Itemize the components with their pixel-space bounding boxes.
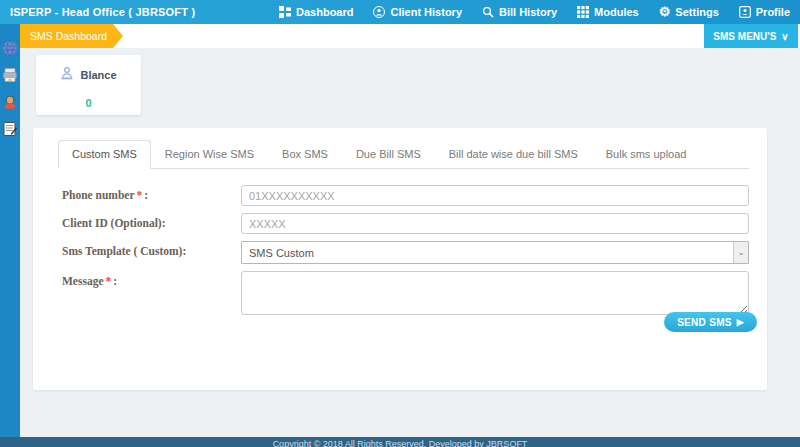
sms-tabs: Custom SMS Region Wise SMS Box SMS Due B… <box>58 140 749 169</box>
message-textarea[interactable] <box>241 271 749 315</box>
tab-due-bill-sms[interactable]: Due Bill SMS <box>342 140 435 169</box>
nav-label: Bill History <box>499 6 557 18</box>
phone-number-input[interactable] <box>241 185 749 206</box>
chevron-down-icon: ∨ <box>781 31 788 42</box>
breadcrumb-bar: SMS Dashboard SMS MENU'S ∨ <box>20 24 800 48</box>
support-agent-icon[interactable] <box>2 94 18 110</box>
sms-menus-button[interactable]: SMS MENU'S ∨ <box>704 24 798 48</box>
balance-value: 0 <box>85 97 91 109</box>
nav-label: Profile <box>756 6 790 18</box>
send-sms-label: SEND SMS <box>677 317 732 328</box>
nav-dashboard[interactable]: Dashboard <box>279 6 353 18</box>
app-title: ISPERP - Head Office ( JBRSOFT ) <box>10 6 195 18</box>
sms-menus-label: SMS MENU'S <box>713 31 776 42</box>
globe-icon[interactable] <box>2 40 18 56</box>
footer-bar: Copyright © 2018 All Rights Reserved. De… <box>0 437 800 447</box>
gear-icon: ⚙ <box>659 6 671 18</box>
tab-bulk-sms-upload[interactable]: Bulk sms upload <box>592 140 701 169</box>
search-icon <box>482 6 494 18</box>
nav-client-history[interactable]: Client History <box>373 6 462 18</box>
breadcrumb: SMS Dashboard <box>20 24 123 48</box>
nav-profile[interactable]: Profile <box>739 6 790 18</box>
top-bar: ISPERP - Head Office ( JBRSOFT ) Dashboa… <box>0 0 800 24</box>
balance-card: Blance 0 <box>36 55 141 115</box>
tab-region-wise-sms[interactable]: Region Wise SMS <box>151 140 268 169</box>
balance-label: Blance <box>80 69 116 81</box>
send-sms-button[interactable]: SEND SMS ▶ <box>664 312 757 332</box>
send-arrow-icon: ▶ <box>737 317 744 327</box>
nav-label: Dashboard <box>296 6 353 18</box>
sms-panel: Custom SMS Region Wise SMS Box SMS Due B… <box>33 128 767 390</box>
sms-template-label: Sms Template ( Custom): <box>58 241 241 257</box>
nav-bill-history[interactable]: Bill History <box>482 6 557 18</box>
top-navigation: Dashboard Client History Bill History Mo… <box>279 6 790 18</box>
tab-bill-date-wise-due-bill-sms[interactable]: Bill date wise due bill SMS <box>435 140 592 169</box>
nav-label: Settings <box>675 6 718 18</box>
phone-number-label: Phone number*: <box>58 185 241 201</box>
printer-icon[interactable] <box>2 67 18 83</box>
balance-icon <box>60 66 74 84</box>
nav-modules[interactable]: Modules <box>577 6 639 18</box>
nav-settings[interactable]: ⚙ Settings <box>659 6 719 18</box>
icon-sidebar <box>0 24 20 437</box>
copyright-text: Copyright © 2018 All Rights Reserved. De… <box>0 437 800 447</box>
client-id-input[interactable] <box>241 213 749 234</box>
profile-card-icon <box>739 6 751 18</box>
nav-label: Client History <box>390 6 462 18</box>
notepad-icon[interactable] <box>2 121 18 137</box>
nav-label: Modules <box>594 6 639 18</box>
custom-sms-form: Phone number*: Client ID (Optional): Sms… <box>58 185 749 319</box>
tab-custom-sms[interactable]: Custom SMS <box>58 140 151 169</box>
message-label: Message*: <box>58 271 241 287</box>
tab-box-sms[interactable]: Box SMS <box>268 140 342 169</box>
modules-grid-icon <box>577 6 589 18</box>
client-id-label: Client ID (Optional): <box>58 213 241 229</box>
dashboard-grid-icon <box>279 6 291 18</box>
sms-template-select[interactable]: SMS Custom <box>241 241 749 264</box>
user-circle-icon <box>373 6 385 18</box>
